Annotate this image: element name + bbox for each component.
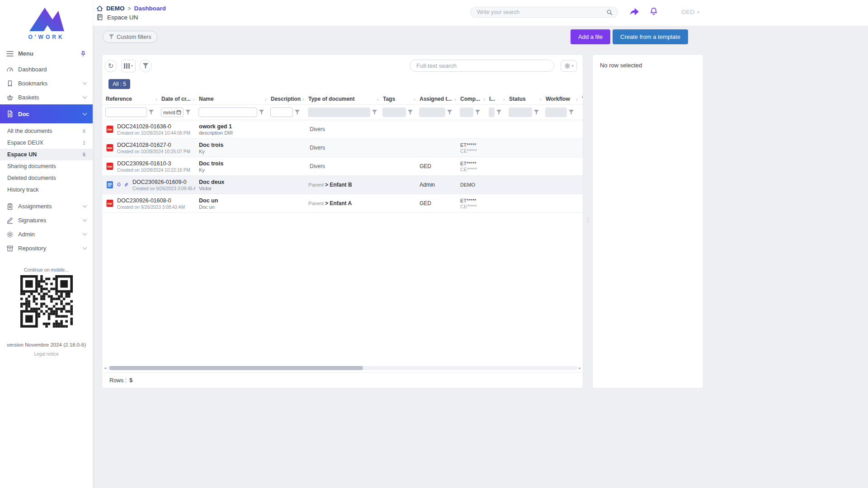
- scroll-right-icon[interactable]: ►: [578, 366, 581, 370]
- filter-chip-all[interactable]: All : 5: [108, 79, 130, 89]
- filter-input-name[interactable]: [198, 108, 257, 117]
- filter-funnel-icon[interactable]: [475, 110, 480, 115]
- document-subtitle: Doc un: [199, 204, 264, 210]
- notifications-button[interactable]: [649, 7, 659, 17]
- scrollbar-track[interactable]: [108, 366, 577, 370]
- hamburger-menu-icon[interactable]: [6, 51, 14, 57]
- table-row[interactable]: PDF DOC230926-01610-3 Created on 10/28/2…: [102, 157, 583, 176]
- table-row[interactable]: PDF DOC241028-01627-0 Created on 10/28/2…: [102, 139, 583, 157]
- global-search-input[interactable]: [471, 9, 606, 15]
- bookmark-icon: [6, 80, 14, 87]
- sidebar-item-signatures[interactable]: Signatures: [0, 213, 93, 227]
- rows-count: 5: [129, 377, 132, 384]
- column-header-tags[interactable]: Tags›: [379, 96, 416, 102]
- pin-sidebar-icon[interactable]: [80, 51, 86, 57]
- home-icon[interactable]: [96, 5, 103, 12]
- sidebar-item-assignments[interactable]: Assignments: [0, 199, 93, 213]
- breadcrumb-current[interactable]: Dashboard: [134, 5, 166, 12]
- sidebar-item-espace-un[interactable]: Espace UN 5: [0, 149, 93, 160]
- table-footer: Rows : 5: [102, 372, 583, 388]
- breadcrumb-root[interactable]: DEMO: [106, 5, 125, 12]
- refresh-icon: ↻: [108, 62, 114, 70]
- column-header-type[interactable]: Type of document›: [305, 96, 379, 102]
- sort-arrow-icon[interactable]: ›: [454, 96, 456, 102]
- custom-filters-button[interactable]: Custom filters: [103, 31, 157, 43]
- horizontal-scrollbar[interactable]: ◄ ►: [104, 365, 581, 371]
- app-logo: O'WORK: [0, 0, 93, 42]
- table-filter-button[interactable]: [139, 60, 152, 72]
- column-header-clipped[interactable]: Y...: [578, 96, 583, 102]
- filter-funnel-icon[interactable]: [372, 110, 377, 115]
- sort-arrow-icon[interactable]: ›: [540, 96, 542, 102]
- journal-icon: [96, 14, 103, 21]
- share-button[interactable]: [629, 7, 640, 17]
- sidebar-item-dashboard[interactable]: Dashboard: [0, 62, 93, 76]
- sidebar-item-admin[interactable]: Admin: [0, 227, 93, 241]
- filter-funnel-icon[interactable]: [569, 110, 574, 115]
- sort-arrow-icon[interactable]: ›: [265, 96, 267, 102]
- search-icon[interactable]: [606, 9, 618, 16]
- column-header-status[interactable]: Status›: [505, 96, 542, 102]
- table-settings-button[interactable]: ▾: [561, 60, 577, 72]
- column-header-workflow[interactable]: Workflow›: [542, 96, 578, 102]
- cell-company: [457, 129, 486, 130]
- svg-text:PDF: PDF: [107, 202, 113, 205]
- sidebar-item-espace-deux[interactable]: Espace DEUX 1: [0, 137, 93, 149]
- profile-menu[interactable]: GED ▾: [681, 9, 699, 15]
- signature-pen-icon: [6, 217, 14, 224]
- column-header-assigned[interactable]: Assigned t...›: [416, 96, 457, 102]
- filter-funnel-icon[interactable]: [185, 110, 190, 115]
- gear-icon: [564, 63, 571, 69]
- sidebar-item-sharing-documents[interactable]: Sharing documents: [0, 160, 93, 172]
- document-icon: [6, 110, 14, 117]
- sort-arrow-icon[interactable]: ›: [414, 96, 415, 102]
- scroll-left-icon[interactable]: ◄: [104, 366, 107, 370]
- fulltext-search-input[interactable]: [410, 62, 554, 69]
- sort-arrow-icon[interactable]: ›: [576, 96, 578, 102]
- column-header-i[interactable]: I...›: [486, 96, 505, 102]
- sidebar-item-bookmarks[interactable]: Bookmarks: [0, 76, 93, 90]
- sort-arrow-icon[interactable]: ›: [483, 96, 485, 102]
- filter-input-company-disabled: [460, 108, 473, 117]
- cell-company: DEMO: [457, 182, 486, 188]
- pdf-file-icon: PDF: [106, 199, 114, 207]
- filter-funnel-icon[interactable]: [259, 110, 264, 115]
- create-template-button[interactable]: Create from a template: [613, 29, 688, 44]
- sidebar-item-repository[interactable]: Repository: [0, 241, 93, 255]
- filter-input-reference[interactable]: [105, 108, 147, 117]
- sidebar-item-deleted-documents[interactable]: Deleted documents: [0, 172, 93, 184]
- filter-funnel-icon[interactable]: [534, 110, 539, 115]
- column-header-date[interactable]: Date of cr...›: [158, 96, 195, 102]
- column-header-description[interactable]: Description›: [267, 96, 305, 102]
- sort-arrow-icon[interactable]: ›: [193, 96, 195, 102]
- sort-arrow-icon[interactable]: ›: [503, 96, 505, 102]
- column-chooser-button[interactable]: ▾: [121, 60, 136, 72]
- filter-funnel-icon[interactable]: [295, 110, 300, 115]
- filter-funnel-icon[interactable]: [149, 110, 154, 115]
- cell-assigned-to: GED: [416, 163, 457, 169]
- table-row[interactable]: DOC230926-01609-0 Created on 9/26/2023 3…: [102, 176, 583, 194]
- sidebar-item-history-track[interactable]: History track: [0, 184, 93, 196]
- sidebar-item-all-documents[interactable]: All the documents 6: [0, 125, 93, 137]
- scrollbar-thumb[interactable]: [109, 366, 363, 370]
- sidebar-item-doc[interactable]: Doc: [0, 104, 93, 123]
- table-header-row: Reference› Date of cr...› Name› Descript…: [102, 94, 583, 105]
- filter-funnel-icon[interactable]: [447, 110, 452, 115]
- column-header-company[interactable]: Comp...›: [457, 96, 486, 102]
- add-file-button[interactable]: Add a file: [571, 29, 610, 44]
- refresh-button[interactable]: ↻: [104, 60, 117, 72]
- legal-notice-link[interactable]: Legal notice: [0, 352, 93, 357]
- table-row[interactable]: PDF DOC241028-01636-0 Created on 10/28/2…: [102, 120, 583, 139]
- column-header-reference[interactable]: Reference›: [102, 96, 158, 102]
- table-row[interactable]: PDF DOC230926-01608-0 Created on 9/26/20…: [102, 194, 583, 213]
- column-header-name[interactable]: Name›: [195, 96, 267, 102]
- filter-input-description[interactable]: [270, 108, 293, 117]
- sort-arrow-icon[interactable]: ›: [377, 96, 379, 102]
- filter-funnel-icon[interactable]: [408, 110, 413, 115]
- cell-type: Divers: [305, 163, 379, 169]
- sidebar-item-baskets[interactable]: Baskets: [0, 90, 93, 104]
- filter-funnel-icon[interactable]: [496, 110, 501, 115]
- sort-arrow-icon[interactable]: ›: [156, 96, 157, 102]
- sort-arrow-icon[interactable]: ›: [302, 96, 304, 102]
- filter-input-date[interactable]: mm/d: [161, 108, 184, 117]
